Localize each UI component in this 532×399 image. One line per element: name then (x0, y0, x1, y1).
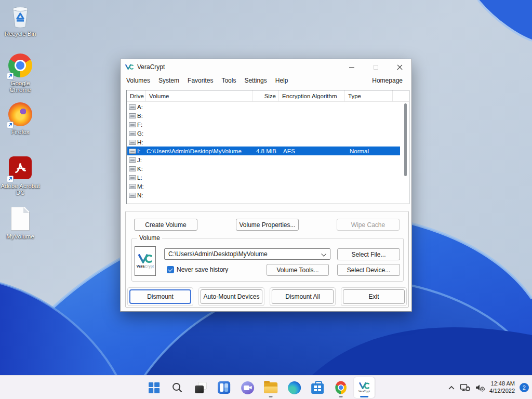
dismount-all-button[interactable]: Dismount All (272, 289, 334, 304)
task-view-button[interactable] (190, 377, 211, 398)
column-header-drive[interactable]: Drive (127, 90, 146, 101)
column-header-volume[interactable]: Volume (146, 90, 253, 101)
table-row[interactable]: M: (127, 182, 400, 191)
never-save-history-label[interactable]: Never save history (177, 266, 228, 273)
menu-item-homepage[interactable]: Homepage (368, 75, 407, 86)
hidden-icons-chevron-icon[interactable] (448, 385, 455, 390)
volume-properties-button[interactable]: Volume Properties... (236, 219, 299, 231)
network-icon[interactable] (460, 383, 470, 392)
drive-icon (129, 131, 136, 136)
select-device-button[interactable]: Select Device... (337, 264, 400, 276)
table-row[interactable]: L: (127, 173, 400, 182)
maximize-button[interactable] (364, 59, 388, 75)
column-header-encryption-algorithm[interactable]: Encryption Algorithm (279, 90, 345, 101)
table-row[interactable]: K: (127, 164, 400, 173)
scrollbar-thumb[interactable] (404, 103, 407, 176)
table-row[interactable]: H: (127, 138, 400, 147)
table-row[interactable]: B: (127, 111, 400, 120)
drive-icon (129, 184, 136, 189)
table-row[interactable]: F: (127, 120, 400, 129)
menu-item-favorites[interactable]: Favorites (183, 76, 217, 85)
file-explorer-icon (264, 382, 277, 393)
widgets-button[interactable] (214, 377, 234, 398)
volume-path-value: C:\Users\Admin\Desktop\MyVolume (168, 250, 268, 258)
menu-item-volumes[interactable]: Volumes (122, 76, 154, 85)
drive-icon (129, 166, 136, 171)
search-icon (171, 382, 183, 393)
exit-button[interactable]: Exit (343, 289, 405, 304)
file-explorer-button[interactable] (260, 377, 281, 398)
window-title: VeraCrypt (137, 63, 165, 71)
chat-button[interactable] (237, 377, 258, 398)
select-file-button[interactable]: Select File... (337, 248, 400, 260)
scrollbar[interactable] (403, 103, 408, 202)
drive-list-header: Drive Volume Size Encryption Algorithm T… (127, 90, 409, 102)
drive-icon (129, 149, 136, 154)
desktop-icon-label: Google Chrome (0, 80, 41, 94)
desktop-icon-label: Firefox (0, 129, 41, 136)
chevron-down-icon (321, 251, 326, 257)
dismount-button[interactable]: Dismount (129, 289, 191, 304)
menu-item-system[interactable]: System (154, 76, 183, 85)
volume-path-combobox[interactable]: C:\Users\Admin\Desktop\MyVolume (164, 248, 330, 260)
column-header-type[interactable]: Type (345, 90, 393, 101)
volume-groupbox: Volume VeraCrypt C:\Users\Admin\Desktop\… (131, 238, 404, 282)
tray-time: 12:48 AM (489, 380, 515, 388)
table-row[interactable]: N: (127, 191, 400, 200)
table-row[interactable]: J: (127, 155, 400, 164)
desktop-icon-label: Adobe Acrobat DC (0, 183, 41, 196)
drive-icon (129, 113, 136, 118)
taskbar-clock[interactable]: 12:48 AM 4/12/2022 (489, 380, 515, 395)
veracrypt-tile-label: VeraCrypt (358, 390, 370, 393)
auto-mount-devices-button[interactable]: Auto-Mount Devices (201, 289, 262, 304)
shortcut-arrow-icon (7, 73, 14, 79)
notification-badge[interactable]: 2 (520, 383, 529, 392)
table-row[interactable]: G: (127, 129, 400, 138)
never-save-history-checkbox[interactable] (167, 266, 174, 273)
drive-icon (129, 140, 136, 145)
desktop-icon-label: MyVolume (0, 233, 41, 240)
veracrypt-taskbar-button[interactable]: VeraCrypt (354, 377, 375, 398)
windows-logo-icon (149, 382, 159, 393)
shortcut-arrow-icon (7, 122, 14, 128)
table-row[interactable]: A: (127, 102, 400, 111)
edge-icon (288, 381, 301, 394)
desktop-icon-google-chrome[interactable]: Google Chrome (0, 53, 41, 94)
menu-item-settings[interactable]: Settings (240, 76, 271, 85)
volume-muted-icon[interactable] (475, 383, 485, 392)
title-bar[interactable]: VeraCrypt (121, 59, 411, 75)
widgets-icon (218, 381, 230, 394)
desktop-icon-adobe-acrobat[interactable]: Adobe Acrobat DC (0, 156, 41, 196)
desktop-icon-myvolume[interactable]: MyVolume (0, 207, 41, 240)
tray-date: 4/12/2022 (489, 388, 515, 395)
footer-button-cell: Auto-Mount Devices (198, 287, 264, 306)
drive-icon (129, 122, 136, 127)
minimize-button[interactable] (340, 59, 364, 75)
store-button[interactable] (307, 377, 328, 398)
close-button[interactable] (388, 59, 411, 75)
recycle-bin-icon (8, 4, 33, 29)
edge-button[interactable] (284, 377, 304, 398)
menu-item-tools[interactable]: Tools (217, 76, 240, 85)
table-row[interactable]: I:C:\Users\Admin\Desktop\MyVolume4.8 MiB… (127, 147, 400, 155)
menu-bar: VolumesSystemFavoritesToolsSettingsHelpH… (121, 75, 411, 86)
active-indicator (360, 396, 368, 397)
desktop-icon-label: Recycle Bin (0, 31, 41, 37)
desktop-icon-firefox[interactable]: Firefox (0, 102, 41, 136)
veracrypt-window: VeraCrypt VolumesSystemFavoritesToolsSet… (120, 59, 412, 312)
desktop-icon-recycle-bin[interactable]: Recycle Bin (0, 4, 41, 37)
drive-list: Drive Volume Size Encryption Algorithm T… (126, 90, 409, 204)
store-icon (311, 383, 324, 394)
chrome-taskbar-button[interactable] (330, 377, 351, 398)
menu-item-help[interactable]: Help (271, 76, 292, 85)
volume-group-label: Volume (137, 234, 162, 242)
search-button[interactable] (167, 377, 188, 398)
chrome-icon (8, 54, 33, 78)
column-header-size[interactable]: Size (253, 90, 279, 101)
volume-tools-button[interactable]: Volume Tools... (267, 264, 329, 276)
firefox-icon (8, 102, 33, 127)
start-button[interactable] (143, 377, 164, 398)
drive-icon (129, 175, 136, 180)
chat-icon (241, 381, 254, 394)
create-volume-button[interactable]: Create Volume (134, 219, 197, 231)
